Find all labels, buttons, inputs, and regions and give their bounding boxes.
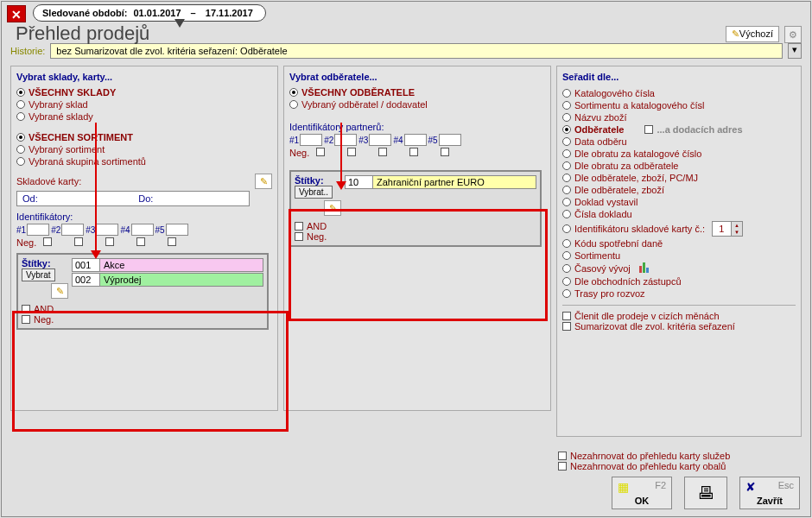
radio-icon	[562, 186, 571, 194]
idp-cell-1[interactable]: #1	[289, 134, 322, 146]
ok-button[interactable]: ▦ F2 OK	[612, 477, 672, 509]
radio-vsechny-sklady[interactable]: VŠECHNY SKLADY	[16, 87, 272, 98]
radio-vybrane-sklady[interactable]: Vybrané sklady	[16, 111, 272, 122]
ident-spinner[interactable]: 1▲▼	[712, 221, 743, 237]
arrow-2-head-icon	[336, 181, 346, 190]
tag-row-002[interactable]: 002Výprodej	[72, 273, 263, 287]
radio-vybrany-sklad[interactable]: Vybraný sklad	[16, 99, 272, 110]
dropdown-icon[interactable]: ▾	[788, 43, 802, 59]
date-to: 17.11.2017	[206, 8, 253, 18]
sort-opt-1[interactable]: Sortimentu a katalogového čísl	[562, 100, 796, 111]
check-clenit[interactable]: Členit dle prodeje v cizích měnách	[562, 311, 796, 321]
check-nezahrnovat-obalu[interactable]: Nezahrnovat do přehledu karty obalů	[558, 461, 800, 471]
chart-icon	[639, 262, 650, 275]
speech-tail-icon	[174, 19, 185, 28]
and-check[interactable]	[22, 305, 30, 313]
vybrat-button[interactable]: Vybrat	[22, 268, 55, 281]
radio-vybrany-sortiment[interactable]: Vybraný sortiment	[16, 144, 272, 155]
idp-cell-2[interactable]: #2	[324, 134, 357, 146]
tag-row-10[interactable]: 10Zahraniční partner EURO	[345, 175, 536, 189]
sort-opt-2[interactable]: Názvu zboží	[562, 112, 796, 123]
neg-check-1[interactable]	[43, 237, 52, 246]
window: ✕ Sledované období: 01.01.2017 – 17.11.2…	[1, 1, 811, 517]
sort-opt-9[interactable]: Doklad vystavil	[562, 197, 796, 207]
stitky-box-sklady: Štítky: Vybrat ✎ AND Neg. 001Akce 002Výp…	[16, 253, 269, 330]
sort-opt-0[interactable]: Katalogového čísla	[562, 88, 796, 98]
id-cell-3[interactable]: #3	[86, 224, 118, 236]
neg-check[interactable]	[295, 232, 303, 241]
tag-row-001[interactable]: 001Akce	[72, 258, 263, 272]
radio-icon	[562, 289, 571, 298]
arrow-1-head-icon	[91, 250, 101, 259]
od-do-input[interactable]: Od: Do:	[16, 191, 250, 206]
radio-icon	[562, 264, 571, 273]
id-cell-4[interactable]: #4	[120, 224, 153, 236]
sort-opt-4[interactable]: Data odběru	[562, 136, 796, 147]
panel-odberatele: Vybrat odběratele... VŠECHNY ODBĚRATELE …	[283, 66, 551, 411]
idp-cell-4[interactable]: #4	[393, 134, 426, 146]
panel-title: Seřadit dle...	[562, 72, 796, 82]
negp-check-4[interactable]	[409, 148, 418, 156]
date-from: 01.01.2017	[133, 8, 181, 18]
sort-opt-15[interactable]: Dle obchodních zástupců	[562, 276, 796, 287]
id-cell-1[interactable]: #1	[16, 224, 49, 236]
neg-check-5[interactable]	[168, 237, 176, 246]
close-icon[interactable]: ✕	[7, 5, 26, 22]
panel-title: Vybrat odběratele...	[289, 72, 545, 82]
sort-opt-12[interactable]: Kódu spotřební daně	[562, 238, 796, 249]
negp-check-1[interactable]	[316, 148, 325, 156]
neg-check-4[interactable]	[136, 237, 145, 246]
dodacich-check[interactable]	[644, 125, 653, 134]
sort-opt-16[interactable]: Trasy pro rozvoz	[562, 288, 796, 299]
default-button[interactable]: ✎Výchozí	[726, 26, 779, 42]
spin-up-icon[interactable]: ▲	[731, 222, 742, 229]
radio-icon	[562, 89, 571, 98]
button-row: ▦ F2 OK 🖶 ✘ Esc Zavřít	[612, 477, 800, 509]
radio-icon	[16, 145, 25, 154]
neg-check-3[interactable]	[105, 237, 114, 246]
history-select[interactable]: bez Sumarizovat dle zvol. kritéria seřaz…	[50, 43, 783, 59]
sort-opt-11[interactable]: Identifikátoru skladové karty č.: 1▲▼	[562, 221, 796, 237]
negp-check-2[interactable]	[347, 148, 356, 156]
radio-icon	[289, 100, 298, 109]
close-button[interactable]: ✘ Esc Zavřít	[739, 477, 800, 509]
neg-check-2[interactable]	[74, 237, 83, 246]
radio-vybrana-skupina[interactable]: Vybraná skupina sortimentů	[16, 156, 272, 167]
id-cell-2[interactable]: #2	[51, 224, 84, 236]
extra-checks: Nezahrnovat do přehledu karty služeb Nez…	[558, 451, 800, 471]
sort-opt-3[interactable]: Odběratele ...a dodacích adres	[562, 124, 796, 135]
negp-check-3[interactable]	[378, 148, 387, 156]
sort-opt-10[interactable]: Čísla dokladu	[562, 209, 796, 219]
sort-opt-14[interactable]: Časový vývoj	[562, 262, 796, 275]
negp-check-5[interactable]	[441, 148, 449, 156]
vybrat-button[interactable]: Vybrat..	[295, 186, 333, 199]
history-label: Historie:	[10, 46, 45, 56]
panel-title: Vybrat sklady, karty...	[16, 72, 272, 82]
idp-cell-3[interactable]: #3	[358, 134, 391, 146]
sort-opt-13[interactable]: Sortimentu	[562, 250, 796, 261]
and-check[interactable]	[295, 222, 303, 231]
gear-icon[interactable]: ⚙	[784, 26, 802, 43]
sort-opt-7[interactable]: Dle odběratele, zboží, PC/MJ	[562, 173, 796, 183]
edit-sklad-button[interactable]: ✎	[255, 174, 272, 189]
radio-vsechen-sortiment[interactable]: VŠECHEN SORTIMENT	[16, 132, 272, 142]
spin-down-icon[interactable]: ▼	[731, 229, 742, 236]
radio-vybrany-odberatel[interactable]: Vybraný odběratel / dodavatel	[289, 99, 545, 110]
dodacich-label: ...a dodacích adres	[657, 124, 742, 135]
neg-check[interactable]	[22, 315, 30, 324]
sort-opt-8[interactable]: Dle odběratele, zboží	[562, 185, 796, 195]
radio-vsechny-odberatele[interactable]: VŠECHNY ODBĚRATELE	[289, 87, 545, 98]
sort-opt-6[interactable]: Dle obratu za odběratele	[562, 161, 796, 171]
print-button[interactable]: 🖶	[684, 477, 727, 509]
check-sumarizovat[interactable]: Sumarizovat dle zvol. kritéria seřazení	[562, 321, 796, 332]
edit-stitky-button[interactable]: ✎	[324, 200, 341, 216]
id-cell-5[interactable]: #5	[155, 224, 188, 236]
neg-label: Neg.	[289, 148, 309, 158]
check-nezahrnovat-sluzeb[interactable]: Nezahrnovat do přehledu karty služeb	[558, 451, 800, 461]
radio-icon	[16, 100, 25, 109]
edit-stitky-button[interactable]: ✎	[51, 283, 68, 299]
stitky-label: Štítky:	[22, 258, 68, 268]
sort-opt-5[interactable]: Dle obratu za katalogové číslo	[562, 148, 796, 159]
idp-cell-5[interactable]: #5	[428, 134, 461, 146]
date-sep: –	[191, 8, 196, 18]
